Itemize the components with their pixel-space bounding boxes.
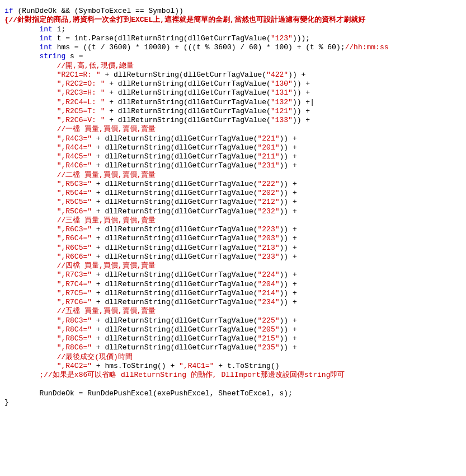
- code-line: ",R4C4=" + dllReturnString(dllGetCurrTag…: [4, 143, 462, 152]
- code-line: ;//如果是x86可以省略 dllReturnString 的動作, DllIm…: [4, 371, 462, 380]
- code-line: string s =: [4, 52, 462, 61]
- code-line: ",R6C6=" + dllReturnString(dllGetCurrTag…: [4, 253, 462, 262]
- code-line: //五檔 買量,買價,賣價,賣量: [4, 307, 462, 316]
- code-line: ",R7C5=" + dllReturnString(dllGetCurrTag…: [4, 289, 462, 298]
- code-line: //最後成交(現價)時間: [4, 353, 462, 362]
- code-line: ",R7C3=" + dllReturnString(dllGetCurrTag…: [4, 270, 462, 279]
- code-line: ",R8C6=" + dllReturnString(dllGetCurrTag…: [4, 343, 462, 352]
- code-line: //一檔 買量,買價,賣價,賣量: [4, 125, 462, 134]
- code-line: ",R5C5=" + dllReturnString(dllGetCurrTag…: [4, 198, 462, 207]
- code-line: {//針對指定的商品,將資料一次全打到EXCEL上,這裡就是簡單的全刷,當然也可…: [4, 16, 462, 25]
- code-line: //四檔 買量,買價,賣價,賣量: [4, 262, 462, 270]
- code-line: [4, 380, 462, 389]
- code-line: //開,高,低,現價,總量: [4, 62, 462, 71]
- code-line: ",R2C6=V: " + dllReturnString(dllGetCurr…: [4, 116, 462, 125]
- code-line: ",R6C4=" + dllReturnString(dllGetCurrTag…: [4, 234, 462, 243]
- code-line: ",R6C5=" + dllReturnString(dllGetCurrTag…: [4, 244, 462, 253]
- code-block: if (RunDdeOk && (SymboToExcel == Symbol)…: [0, 4, 466, 409]
- code-line: ",R7C4=" + dllReturnString(dllGetCurrTag…: [4, 280, 462, 289]
- code-line: ",R2C5=T: " + dllReturnString(dllGetCurr…: [4, 107, 462, 116]
- code-line: ",R4C3=" + dllReturnString(dllGetCurrTag…: [4, 134, 462, 143]
- code-line: if (RunDdeOk && (SymboToExcel == Symbol)…: [4, 7, 462, 16]
- code-line: "R2C1=R: " + dllReturnString(dllGetCurrT…: [4, 71, 462, 80]
- code-line: ",R4C5=" + dllReturnString(dllGetCurrTag…: [4, 152, 462, 161]
- code-line: int t = int.Parse(dllReturnString(dllGet…: [4, 34, 462, 43]
- code-line: RunDdeOk = RunDdePushExcel(exePushExcel,…: [4, 389, 462, 398]
- code-line: ",R5C6=" + dllReturnString(dllGetCurrTag…: [4, 207, 462, 216]
- code-line: ",R4C6=" + dllReturnString(dllGetCurrTag…: [4, 161, 462, 170]
- code-line: ",R5C3=" + dllReturnString(dllGetCurrTag…: [4, 180, 462, 189]
- code-line: ",R7C6=" + dllReturnString(dllGetCurrTag…: [4, 298, 462, 307]
- code-line: ",R2C4=L: " + dllReturnString(dllGetCurr…: [4, 98, 462, 107]
- code-line: ",R6C3=" + dllReturnString(dllGetCurrTag…: [4, 225, 462, 234]
- code-line: ",R8C4=" + dllReturnString(dllGetCurrTag…: [4, 325, 462, 334]
- code-line: ",R5C4=" + dllReturnString(dllGetCurrTag…: [4, 189, 462, 198]
- code-line: ",R8C3=" + dllReturnString(dllGetCurrTag…: [4, 316, 462, 325]
- code-line: //三檔 買量,買價,賣價,賣量: [4, 216, 462, 225]
- code-line: }: [4, 398, 462, 407]
- code-line: ",R2C3=H: " + dllReturnString(dllGetCurr…: [4, 88, 462, 97]
- code-line: //二檔 買量,買價,賣價,賣量: [4, 171, 462, 180]
- code-line: ",R2C2=O: " + dllReturnString(dllGetCurr…: [4, 80, 462, 88]
- code-line: int i;: [4, 25, 462, 34]
- code-line: ",R8C5=" + dllReturnString(dllGetCurrTag…: [4, 334, 462, 343]
- code-line: ",R4C2=" + hms.ToString() + ",R4C1=" + t…: [4, 362, 462, 371]
- code-line: int hms = ((t / 3600) * 10000) + (((t % …: [4, 43, 462, 52]
